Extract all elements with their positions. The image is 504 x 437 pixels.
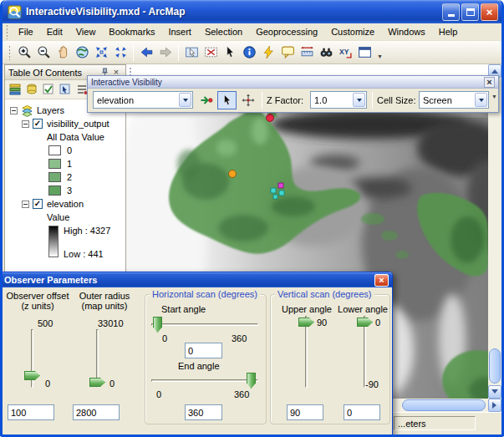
elevation-color-ramp[interactable] xyxy=(48,226,59,257)
lower-angle-input[interactable] xyxy=(344,404,380,420)
slider-thumb[interactable] xyxy=(24,371,40,380)
z-factor-combo[interactable]: 1.0 xyxy=(310,91,367,109)
surface-layer-combo[interactable]: elevation xyxy=(93,91,193,109)
observer-point-orange[interactable] xyxy=(229,170,237,178)
full-extent-button[interactable] xyxy=(73,43,91,62)
cell-size-combo[interactable]: Screen xyxy=(419,91,489,109)
upper-angle-input[interactable] xyxy=(287,404,323,420)
menu-windows[interactable]: Windows xyxy=(381,24,432,39)
fixed-zoom-out-button[interactable] xyxy=(111,43,130,62)
menu-geoprocessing[interactable]: Geoprocessing xyxy=(249,24,324,39)
surface-layer-value: elevation xyxy=(94,95,178,105)
add-observer-button[interactable] xyxy=(196,91,216,109)
expand-toggle-visibility-output[interactable] xyxy=(22,120,29,128)
outer-radius-input[interactable] xyxy=(73,404,120,420)
dialog-close-button[interactable]: × xyxy=(374,274,389,287)
hyperlink-button[interactable] xyxy=(259,43,277,62)
observer-point-cyan[interactable] xyxy=(271,188,276,193)
slider-thumb[interactable] xyxy=(247,373,256,389)
pan-button[interactable] xyxy=(53,43,72,62)
end-angle-slider[interactable] xyxy=(151,373,258,389)
list-by-drawing-order-button[interactable] xyxy=(8,83,22,96)
combo-dropdown-button[interactable] xyxy=(475,93,487,107)
select-elements-button[interactable] xyxy=(221,43,239,62)
layer-checkbox-visibility-output[interactable]: ✓ xyxy=(33,119,43,129)
list-by-selection-button[interactable] xyxy=(59,83,72,96)
outer-radius-slider[interactable] xyxy=(89,329,105,388)
expand-toggle-layers[interactable] xyxy=(10,107,18,114)
menu-insert[interactable]: Insert xyxy=(161,24,198,39)
legend-swatch-0[interactable] xyxy=(48,145,61,155)
menu-file[interactable]: File xyxy=(12,24,40,39)
list-by-visibility-button[interactable] xyxy=(42,83,55,96)
toolbar-overflow-button[interactable]: ▼ xyxy=(491,94,497,99)
select-features-button[interactable] xyxy=(182,43,201,62)
iv-toolbar-close-button[interactable]: × xyxy=(484,77,495,88)
dialog-titlebar[interactable]: Observer Parameters × xyxy=(1,272,392,287)
layer-name-elevation[interactable]: elevation xyxy=(47,199,84,209)
menu-help[interactable]: Help xyxy=(432,24,465,39)
start-angle-input[interactable] xyxy=(185,343,222,358)
menubar-grip[interactable] xyxy=(6,24,8,39)
vertical-scrollbar[interactable] xyxy=(488,64,501,399)
list-by-source-button[interactable] xyxy=(25,83,38,96)
select-observer-button[interactable] xyxy=(217,91,237,109)
html-popup-button[interactable] xyxy=(278,43,297,62)
upper-angle-slider[interactable] xyxy=(298,316,314,388)
go-back-button[interactable] xyxy=(137,43,155,62)
close-button[interactable]: × xyxy=(481,3,498,21)
observer-point-cyan[interactable] xyxy=(273,195,277,199)
combo-dropdown-button[interactable] xyxy=(353,93,365,107)
legend-swatch-2[interactable] xyxy=(48,172,61,182)
observer-point-red[interactable] xyxy=(267,114,274,122)
move-observer-button[interactable] xyxy=(238,91,257,109)
horizontal-scroll-thumb[interactable] xyxy=(402,399,486,411)
menu-selection[interactable]: Selection xyxy=(198,24,249,39)
menu-view[interactable]: View xyxy=(69,24,103,39)
combo-dropdown-button[interactable] xyxy=(179,93,191,107)
observer-point-magenta[interactable] xyxy=(278,183,283,188)
clear-selection-button[interactable] xyxy=(201,43,220,62)
expand-toggle-elevation[interactable] xyxy=(22,201,29,208)
fixed-zoom-in-button[interactable] xyxy=(92,43,110,62)
menu-customize[interactable]: Customize xyxy=(324,24,381,39)
legend-swatch-3[interactable] xyxy=(48,185,61,196)
scroll-right-button[interactable] xyxy=(488,399,501,412)
iv-toolbar-titlebar[interactable]: Interactive Visibility × xyxy=(88,76,498,89)
vertical-scroll-thumb[interactable] xyxy=(489,348,501,384)
find-button[interactable] xyxy=(317,43,335,62)
identify-button[interactable] xyxy=(240,43,258,62)
zoom-in-button[interactable] xyxy=(15,43,33,62)
go-to-xy-button[interactable]: XY xyxy=(336,43,354,62)
toolbar-grip[interactable] xyxy=(8,45,11,60)
toolbar-overflow-button[interactable]: ▼ xyxy=(374,43,385,62)
go-forward-button[interactable] xyxy=(156,43,175,62)
slider-thumb[interactable] xyxy=(153,317,162,333)
maximize-button[interactable] xyxy=(461,3,479,21)
observer-offset-slider[interactable] xyxy=(24,329,40,388)
slider-thumb[interactable] xyxy=(298,318,314,327)
interactive-visibility-toolbar[interactable]: Interactive Visibility × elevation xyxy=(87,75,499,113)
start-angle-slider[interactable] xyxy=(151,317,258,333)
lower-angle-slider[interactable] xyxy=(357,316,373,388)
title-bar[interactable]: InteractiveVisibility.mxd - ArcMap × xyxy=(3,0,501,23)
layer-checkbox-elevation[interactable]: ✓ xyxy=(33,199,43,209)
end-angle-input[interactable] xyxy=(185,404,222,420)
slider-thumb[interactable] xyxy=(89,378,105,387)
viewer-window-button[interactable] xyxy=(355,43,374,62)
measure-button[interactable] xyxy=(298,43,316,62)
menu-bookmarks[interactable]: Bookmarks xyxy=(102,24,161,39)
observer-point-cyan[interactable] xyxy=(279,191,284,196)
close-icon: × xyxy=(486,78,491,87)
layer-name-visibility-output[interactable]: visibility_output xyxy=(47,119,109,129)
minimize-button[interactable] xyxy=(442,3,460,21)
legend-swatch-1[interactable] xyxy=(48,159,61,169)
observer-parameters-dialog[interactable]: Observer Parameters × Observer offset (z… xyxy=(0,272,393,437)
scroll-down-button[interactable] xyxy=(488,385,501,399)
layers-root-label[interactable]: Layers xyxy=(37,105,64,115)
zoom-out-button[interactable] xyxy=(34,43,53,62)
observer-offset-input[interactable] xyxy=(8,404,54,420)
menu-edit[interactable]: Edit xyxy=(40,24,69,39)
binoculars-icon xyxy=(319,45,333,59)
slider-thumb[interactable] xyxy=(357,318,373,327)
